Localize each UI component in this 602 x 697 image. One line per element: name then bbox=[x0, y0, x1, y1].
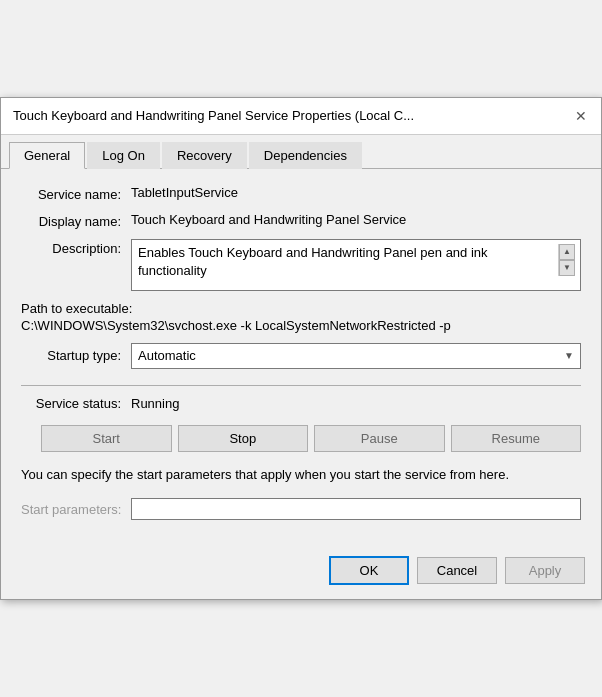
startup-type-label: Startup type: bbox=[21, 348, 131, 363]
divider bbox=[21, 385, 581, 386]
description-scrollbar[interactable]: ▲ ▼ bbox=[558, 244, 574, 276]
tab-logon[interactable]: Log On bbox=[87, 142, 160, 169]
info-text: You can specify the start parameters tha… bbox=[21, 466, 581, 484]
path-value: C:\WINDOWS\System32\svchost.exe -k Local… bbox=[21, 318, 581, 333]
service-control-buttons: Start Stop Pause Resume bbox=[21, 425, 581, 452]
service-status-row: Service status: Running bbox=[21, 396, 581, 411]
tab-content-general: Service name: TabletInputService Display… bbox=[1, 169, 601, 540]
resume-button[interactable]: Resume bbox=[451, 425, 582, 452]
start-params-input[interactable] bbox=[131, 498, 581, 520]
service-status-label: Service status: bbox=[21, 396, 131, 411]
description-box: Enables Touch Keyboard and Handwriting P… bbox=[131, 239, 581, 291]
title-bar: Touch Keyboard and Handwriting Panel Ser… bbox=[1, 98, 601, 135]
close-button[interactable]: ✕ bbox=[571, 106, 591, 126]
dialog-footer: OK Cancel Apply bbox=[1, 546, 601, 599]
display-name-label: Display name: bbox=[21, 212, 131, 229]
chevron-down-icon: ▼ bbox=[564, 350, 574, 361]
service-name-row: Service name: TabletInputService bbox=[21, 185, 581, 202]
description-row: Description: Enables Touch Keyboard and … bbox=[21, 239, 581, 291]
service-status-value: Running bbox=[131, 396, 179, 411]
path-label: Path to executable: bbox=[21, 301, 581, 316]
apply-button[interactable]: Apply bbox=[505, 557, 585, 584]
tab-general[interactable]: General bbox=[9, 142, 85, 169]
startup-type-value: Automatic bbox=[138, 348, 196, 363]
tab-bar: General Log On Recovery Dependencies bbox=[1, 135, 601, 169]
path-section: Path to executable: C:\WINDOWS\System32\… bbox=[21, 301, 581, 333]
startup-type-dropdown[interactable]: Automatic ▼ bbox=[131, 343, 581, 369]
cancel-button[interactable]: Cancel bbox=[417, 557, 497, 584]
start-params-label: Start parameters: bbox=[21, 502, 131, 517]
service-name-value: TabletInputService bbox=[131, 185, 581, 200]
start-params-row: Start parameters: bbox=[21, 498, 581, 520]
tab-dependencies[interactable]: Dependencies bbox=[249, 142, 362, 169]
startup-type-row: Startup type: Automatic ▼ bbox=[21, 343, 581, 369]
description-label: Description: bbox=[21, 239, 131, 256]
window-title: Touch Keyboard and Handwriting Panel Ser… bbox=[13, 108, 414, 123]
pause-button[interactable]: Pause bbox=[314, 425, 445, 452]
ok-button[interactable]: OK bbox=[329, 556, 409, 585]
scroll-down-arrow[interactable]: ▼ bbox=[559, 260, 575, 276]
start-button[interactable]: Start bbox=[41, 425, 172, 452]
description-value: Enables Touch Keyboard and Handwriting P… bbox=[138, 244, 558, 280]
display-name-row: Display name: Touch Keyboard and Handwri… bbox=[21, 212, 581, 229]
scroll-up-arrow[interactable]: ▲ bbox=[559, 244, 575, 260]
service-name-label: Service name: bbox=[21, 185, 131, 202]
tab-recovery[interactable]: Recovery bbox=[162, 142, 247, 169]
dialog-window: Touch Keyboard and Handwriting Panel Ser… bbox=[0, 97, 602, 600]
stop-button[interactable]: Stop bbox=[178, 425, 309, 452]
display-name-value: Touch Keyboard and Handwriting Panel Ser… bbox=[131, 212, 581, 227]
